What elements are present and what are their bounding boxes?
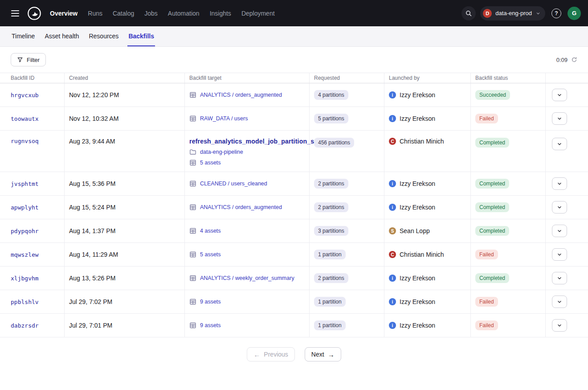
nav-item-deployment[interactable]: Deployment (241, 10, 275, 17)
row-actions-button[interactable] (552, 272, 567, 284)
backfill-id-link[interactable]: mqwszlew (11, 251, 39, 258)
launched-by-name: Izzy Erekson (400, 275, 435, 282)
hamburger-menu-button[interactable] (7, 5, 23, 21)
folder-icon (189, 148, 196, 156)
backfill-target-link[interactable]: 9 assets (200, 322, 221, 328)
backfill-id-link[interactable]: apwplyht (11, 204, 39, 211)
backfill-target-link[interactable]: ANALYTICS / orders_augmented (200, 92, 282, 98)
created-timestamp: Nov 12, 10:32 AM (69, 115, 118, 122)
backfill-target-link[interactable]: ANALYTICS / weekly_order_summary (200, 275, 294, 281)
nav-item-automation[interactable]: Automation (168, 10, 200, 17)
backfill-id-link[interactable]: dabzrsdr (11, 322, 39, 329)
backfill-id-link[interactable]: jvsphtmt (11, 181, 39, 187)
status-badge: Completed (475, 226, 509, 236)
backfill-target-link[interactable]: RAW_DATA / users (200, 115, 248, 122)
assets-count-link[interactable]: 5 assets (200, 160, 221, 166)
chevron-down-icon (535, 11, 541, 16)
chevron-down-icon (556, 275, 563, 281)
nav-item-insights[interactable]: Insights (210, 10, 231, 17)
search-button[interactable] (461, 6, 476, 21)
row-actions-button[interactable] (552, 225, 567, 237)
backfill-target-link[interactable]: 9 assets (200, 299, 221, 305)
chevron-down-icon (556, 228, 563, 234)
row-actions-button[interactable] (552, 201, 567, 213)
requested-badge: 4 partitions (314, 90, 348, 100)
column-header-backfill-target: Backfill target (185, 73, 310, 83)
backfill-target-link[interactable]: CLEANED / users_cleaned (200, 181, 267, 187)
asset-table-icon (189, 115, 196, 122)
nav-item-jobs[interactable]: Jobs (144, 10, 158, 17)
created-timestamp: Aug 14, 1:37 PM (69, 227, 115, 234)
backfill-id-link[interactable]: hrgvcxub (11, 92, 39, 99)
chevron-down-icon (556, 322, 563, 328)
backfill-id-link[interactable]: rugnvsoq (11, 138, 39, 144)
table-row: toowautxNov 12, 10:32 AMRAW_DATA / users… (0, 107, 588, 131)
hamburger-icon (11, 10, 19, 16)
backfill-id-link[interactable]: pdypqohr (11, 228, 39, 234)
requested-badge: 2 partitions (314, 202, 348, 212)
row-actions-button[interactable] (552, 89, 567, 101)
table-header-row: Backfill IDCreatedBackfill targetRequest… (0, 73, 588, 83)
launched-by-avatar: i (389, 204, 396, 211)
tab-asset-health[interactable]: Asset health (44, 26, 80, 46)
row-actions-button[interactable] (552, 177, 567, 190)
tab-backfills[interactable]: Backfills (127, 26, 155, 46)
backfill-id-link[interactable]: toowautx (11, 115, 39, 122)
created-timestamp: Aug 23, 9:44 AM (69, 138, 115, 145)
launched-by-name: Izzy Erekson (400, 180, 435, 187)
nav-item-overview[interactable]: Overview (50, 10, 78, 17)
chevron-down-icon (556, 181, 563, 187)
primary-nav: OverviewRunsCatalogJobsAutomationInsight… (50, 10, 275, 17)
refresh-icon[interactable] (571, 57, 577, 63)
status-badge: Completed (475, 273, 509, 283)
top-navbar: OverviewRunsCatalogJobsAutomationInsight… (0, 0, 588, 26)
backfill-id-link[interactable]: xljbgvhm (11, 275, 39, 282)
row-actions-button[interactable] (552, 248, 567, 261)
launched-by-avatar: C (389, 138, 396, 145)
asset-table-icon (189, 275, 196, 282)
next-page-button[interactable]: Next → (305, 347, 341, 361)
tab-resources[interactable]: Resources (88, 26, 119, 46)
filter-funnel-icon (17, 57, 23, 63)
status-badge: Failed (475, 320, 498, 330)
nav-item-runs[interactable]: Runs (88, 10, 102, 17)
previous-page-button[interactable]: ← Previous (247, 347, 294, 361)
backfill-target-link[interactable]: 4 assets (200, 228, 221, 234)
help-button[interactable]: ? (550, 7, 563, 20)
backfill-id-link[interactable]: ppblshlv (11, 299, 39, 305)
backfill-target-link[interactable]: ANALYTICS / orders_augmented (200, 204, 282, 210)
table-row: dabzrsdrJul 29, 7:01 PM9 assets1 partiti… (0, 314, 588, 337)
launched-by-name: Sean Lopp (400, 227, 430, 234)
created-timestamp: Aug 13, 5:26 PM (69, 275, 115, 282)
table-row: hrgvcxubNov 12, 12:20 PMANALYTICS / orde… (0, 83, 588, 107)
nav-item-catalog[interactable]: Catalog (113, 10, 134, 17)
table-row: apwplyhtAug 15, 5:24 PMANALYTICS / order… (0, 196, 588, 219)
row-actions-button[interactable] (552, 112, 567, 125)
requested-badge: 1 partition (314, 297, 346, 307)
requested-badge: 1 partition (314, 250, 346, 259)
requested-badge: 5 partitions (314, 114, 348, 123)
filter-button[interactable]: Filter (11, 53, 46, 66)
asset-table-icon (189, 227, 196, 234)
row-actions-button[interactable] (552, 138, 567, 150)
chevron-down-icon (556, 204, 563, 210)
tab-timeline[interactable]: Timeline (11, 26, 36, 46)
filter-button-label: Filter (27, 57, 40, 63)
created-timestamp: Aug 14, 11:29 AM (69, 251, 118, 258)
launched-by-name: Christian Minich (400, 251, 444, 258)
pipeline-link[interactable]: data-eng-pipeline (200, 149, 243, 155)
chevron-down-icon (556, 299, 563, 305)
asset-table-icon (189, 180, 196, 187)
chevron-down-icon (556, 92, 563, 98)
row-actions-button[interactable] (552, 296, 567, 308)
row-actions-button[interactable] (552, 319, 567, 332)
requested-badge: 3 partitions (314, 226, 348, 236)
requested-badge: 1 partition (314, 320, 346, 330)
backfill-target-job-link[interactable]: refresh_analytics_model_job_partition_se… (189, 138, 320, 145)
deployment-switcher[interactable]: D data-eng-prod (480, 6, 545, 21)
launched-by-avatar: i (389, 322, 396, 329)
backfill-target-link[interactable]: 5 assets (200, 251, 221, 258)
asset-table-icon (189, 91, 196, 99)
chevron-down-icon (556, 251, 563, 258)
user-avatar[interactable]: G (568, 7, 581, 20)
